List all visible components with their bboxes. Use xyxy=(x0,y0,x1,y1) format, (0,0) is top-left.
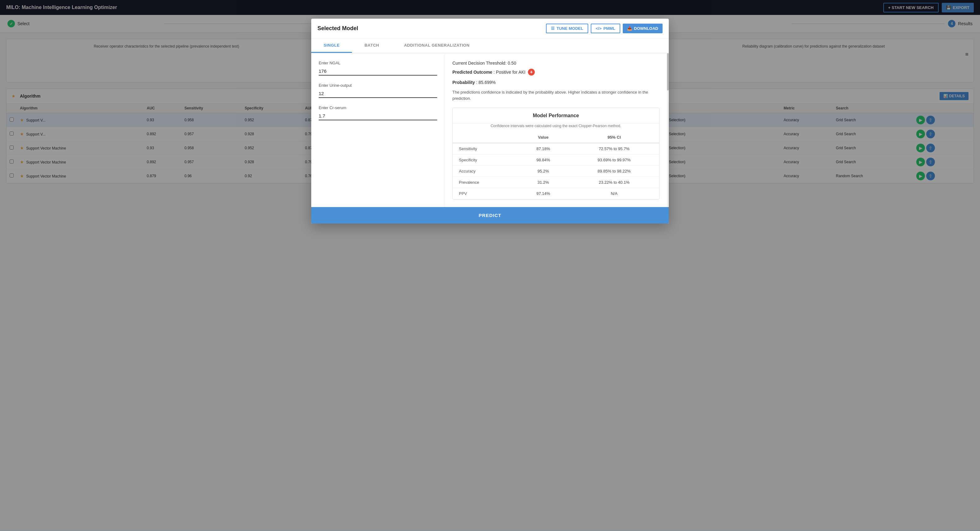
modal-tabs: SINGLE BATCH ADDITIONAL GENERALIZATION xyxy=(311,38,669,53)
performance-table-container: Model Performance Confidence intervals w… xyxy=(452,108,659,200)
perf-metric-3: Prevalence xyxy=(453,177,517,188)
perf-ci-1: 93.69% to 99.97% xyxy=(569,154,659,166)
perf-table-row: Specificity 98.84% 93.69% to 99.97% xyxy=(453,154,659,166)
result-predicted: Predicted Outcome : Positive for AKI + xyxy=(452,69,659,76)
form-group-urine-output: Enter Urine-output xyxy=(319,83,437,98)
input-urine-output[interactable] xyxy=(319,89,437,98)
download-button[interactable]: 📥 DOWNLOAD xyxy=(623,24,663,33)
perf-table-row: Sensitivity 87.18% 72.57% to 95.7% xyxy=(453,143,659,154)
tab-single[interactable]: SINGLE xyxy=(311,38,352,53)
perf-table-subtitle: Confidence intervals were calculated usi… xyxy=(453,124,659,132)
predicted-value: : Positive for AKI xyxy=(493,70,525,75)
perf-metric-2: Accuracy xyxy=(453,166,517,177)
form-group-ngal: Enter NGAL xyxy=(319,60,437,76)
tune-model-button[interactable]: ☰ TUNE MODEL xyxy=(546,24,588,33)
prob-value: : 85.699% xyxy=(476,80,496,85)
perf-table-row: Prevalence 31.2% 23.22% to 40.1% xyxy=(453,177,659,188)
input-ngal[interactable] xyxy=(319,67,437,76)
result-probability: Probability : 85.699% xyxy=(452,80,659,85)
predicted-label-text: Predicted Outcome xyxy=(452,70,492,75)
tab-batch[interactable]: BATCH xyxy=(352,38,391,53)
modal-overlay: Selected Model ☰ TUNE MODEL </> PMML 📥 D… xyxy=(0,0,980,529)
modal-results-panel: Current Decision Threshold: 0.50 Predict… xyxy=(445,53,667,207)
perf-metric-0: Sensitivity xyxy=(453,143,517,154)
perf-table-row: PPV 97.14% N/A xyxy=(453,188,659,199)
perf-col-value: Value xyxy=(517,132,569,143)
sliders-icon: ☰ xyxy=(551,26,555,31)
perf-col-ci: 95% CI xyxy=(569,132,659,143)
perf-ci-2: 89.85% to 98.22% xyxy=(569,166,659,177)
label-ngal: Enter NGAL xyxy=(319,60,437,65)
performance-table: Value 95% CI Sensitivity 87.18% 72.57% t… xyxy=(453,132,659,199)
perf-table-title: Model Performance xyxy=(453,108,659,124)
perf-value-1: 98.84% xyxy=(517,154,569,166)
form-group-cr-serum: Enter Cr-serum xyxy=(319,105,437,120)
perf-table-row: Accuracy 95.2% 89.85% to 98.22% xyxy=(453,166,659,177)
modal-header-actions: ☰ TUNE MODEL </> PMML 📥 DOWNLOAD xyxy=(546,24,663,33)
tab-additional-generalization[interactable]: ADDITIONAL GENERALIZATION xyxy=(391,38,482,53)
label-cr-serum: Enter Cr-serum xyxy=(319,105,437,110)
result-threshold: Current Decision Threshold: 0.50 xyxy=(452,60,659,65)
perf-value-4: 97.14% xyxy=(517,188,569,199)
pmml-button[interactable]: </> PMML xyxy=(591,24,620,33)
perf-metric-4: PPV xyxy=(453,188,517,199)
plus-badge[interactable]: + xyxy=(528,69,535,76)
modal-scrollbar-thumb xyxy=(667,53,669,91)
label-urine-output: Enter Urine-output xyxy=(319,83,437,87)
download-icon: 📥 xyxy=(627,26,632,31)
perf-ci-4: N/A xyxy=(569,188,659,199)
perf-col-metric xyxy=(453,132,517,143)
perf-value-2: 95.2% xyxy=(517,166,569,177)
modal-form-panel: Enter NGAL Enter Urine-output Enter Cr-s… xyxy=(311,53,445,207)
predict-button[interactable]: PREDICT xyxy=(311,207,669,224)
selected-model-modal: Selected Model ☰ TUNE MODEL </> PMML 📥 D… xyxy=(311,19,669,224)
prob-label: Probability xyxy=(452,80,475,85)
modal-scrollbar[interactable] xyxy=(667,53,669,207)
code-icon: </> xyxy=(596,26,601,31)
perf-ci-0: 72.57% to 95.7% xyxy=(569,143,659,154)
result-confidence-text: The predictions confidence is indicated … xyxy=(452,89,659,101)
modal-body: Enter NGAL Enter Urine-output Enter Cr-s… xyxy=(311,53,669,207)
perf-value-3: 31.2% xyxy=(517,177,569,188)
input-cr-serum[interactable] xyxy=(319,112,437,120)
perf-metric-1: Specificity xyxy=(453,154,517,166)
modal-title: Selected Model xyxy=(317,25,358,32)
perf-ci-3: 23.22% to 40.1% xyxy=(569,177,659,188)
perf-value-0: 87.18% xyxy=(517,143,569,154)
predicted-label: Predicted Outcome : Positive for AKI xyxy=(452,70,525,75)
modal-header: Selected Model ☰ TUNE MODEL </> PMML 📥 D… xyxy=(311,19,669,38)
